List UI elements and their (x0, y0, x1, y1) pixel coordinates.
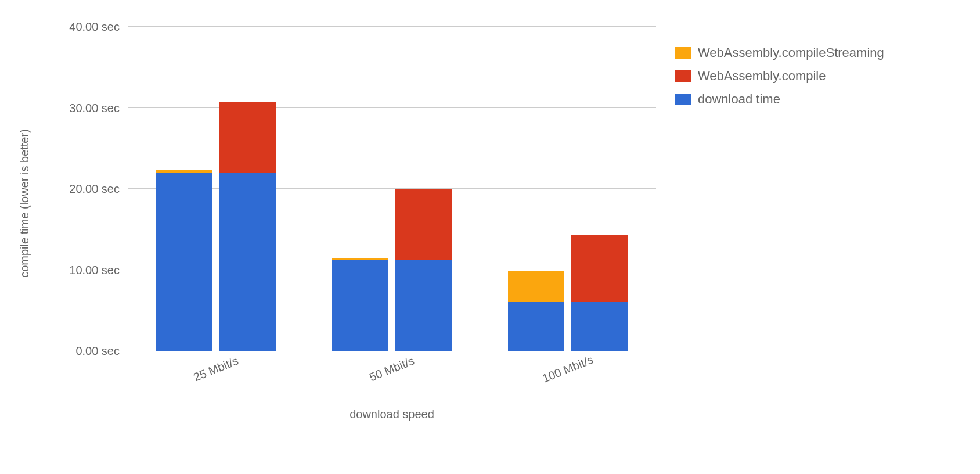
x-tick-label: 100 Mbit/s (541, 353, 595, 386)
bar-100-streaming (508, 271, 564, 351)
y-tick-label: 20.00 sec (46, 182, 128, 196)
legend-item: WebAssembly.compileStreaming (675, 45, 884, 60)
chart: 0.00 sec 10.00 sec 20.00 sec 30.00 sec 4… (41, 6, 656, 401)
gridline: 40.00 sec (128, 26, 656, 27)
x-tick-label: 50 Mbit/s (368, 354, 416, 385)
legend-item: download time (675, 92, 884, 107)
y-tick-label: 30.00 sec (46, 101, 128, 114)
y-tick-label: 10.00 sec (46, 263, 128, 276)
bar-segment (571, 302, 628, 351)
bar-segment (395, 189, 452, 260)
bar-segment (219, 102, 276, 173)
bar-segment (508, 302, 564, 351)
bar-segment (571, 235, 628, 303)
y-tick-label: 40.00 sec (46, 20, 128, 34)
bar-segment (395, 260, 452, 351)
bar-segment (508, 271, 564, 302)
bar-50-streaming (332, 258, 388, 351)
legend-swatch (675, 94, 691, 105)
legend: WebAssembly.compileStreaming WebAssembly… (675, 45, 884, 115)
plot-area: 0.00 sec 10.00 sec 20.00 sec 30.00 sec 4… (128, 27, 656, 351)
bar-25-streaming (156, 170, 212, 351)
x-tick-label: 25 Mbit/s (192, 354, 240, 385)
bar-50-compile (395, 189, 452, 351)
bar-segment (156, 173, 212, 351)
y-axis-label: compile time (lower is better) (18, 129, 31, 278)
x-axis-label: download speed (350, 408, 434, 421)
y-tick-label: 0.00 sec (46, 344, 128, 358)
bar-segment (219, 173, 276, 351)
bar-segment (332, 260, 388, 351)
bar-25-compile (219, 102, 276, 351)
legend-label: WebAssembly.compile (698, 69, 826, 84)
legend-item: WebAssembly.compile (675, 69, 884, 84)
legend-label: download time (698, 92, 780, 107)
legend-swatch (675, 47, 691, 59)
legend-swatch (675, 70, 691, 82)
gridline: 30.00 sec (128, 107, 656, 108)
bar-100-compile (571, 235, 628, 351)
legend-label: WebAssembly.compileStreaming (698, 45, 884, 60)
